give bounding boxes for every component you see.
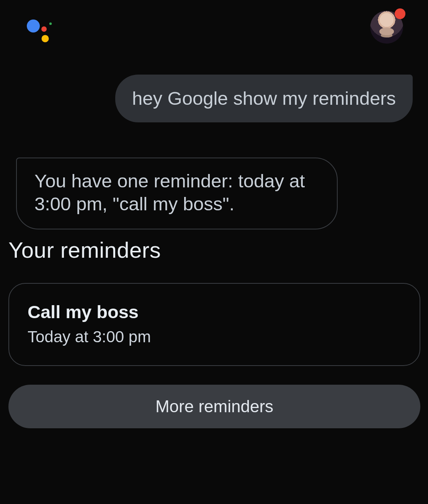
svg-point-2: [49, 23, 52, 25]
user-message-text: hey Google show my reminders: [132, 88, 396, 109]
google-assistant-icon: [25, 18, 56, 45]
svg-point-3: [42, 35, 49, 42]
profile-avatar-button[interactable]: [370, 11, 403, 44]
assistant-message-text: You have one reminder: today at 3:00 pm,…: [34, 171, 305, 214]
notification-dot-icon: [395, 8, 405, 19]
header: [0, 0, 428, 55]
svg-point-0: [27, 20, 40, 33]
assistant-message-bubble: You have one reminder: today at 3:00 pm,…: [16, 158, 338, 229]
reminders-section-title: Your reminders: [8, 237, 161, 263]
more-reminders-label: More reminders: [155, 397, 273, 416]
reminder-time: Today at 3:00 pm: [28, 328, 401, 346]
svg-point-1: [41, 26, 47, 32]
more-reminders-button[interactable]: More reminders: [8, 385, 420, 428]
user-message-bubble: hey Google show my reminders: [115, 75, 413, 122]
reminder-title: Call my boss: [28, 301, 401, 322]
reminder-card[interactable]: Call my boss Today at 3:00 pm: [8, 283, 420, 366]
